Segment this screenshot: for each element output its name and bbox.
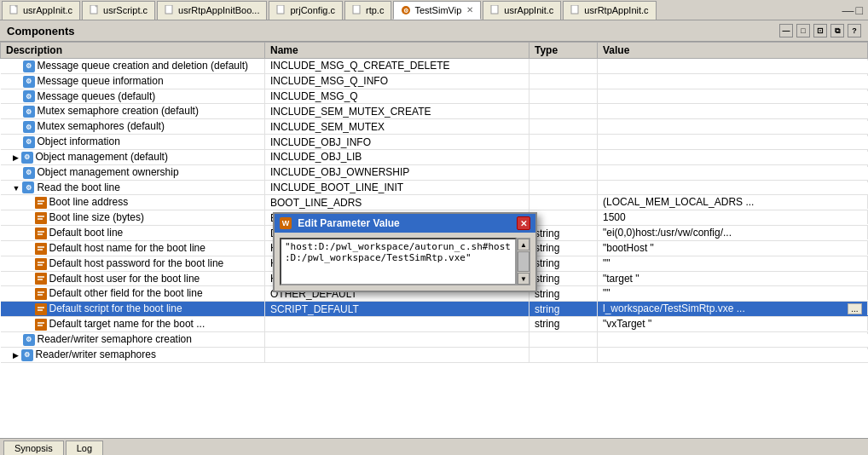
window-title-controls: — □ ⊡ ⧉ ? [779,24,861,37]
tab-log[interactable]: Log [66,441,103,455]
tab-bar: usrAppInit.c usrScript.c usrRtpAppInitBo… [0,0,868,20]
tab-bar-controls: — □ [842,3,863,17]
components-table-container: Description Name Type Value ⚙Message que… [0,42,868,438]
restore-tab-button[interactable]: □ [856,3,863,17]
file-icon-6 [490,5,501,15]
svg-rect-2 [165,5,172,14]
dialog-title-left: W Edit Parameter Value [280,217,400,230]
dialog-close-button[interactable]: ✕ [517,216,530,230]
file-icon-4 [276,5,286,15]
tab-usrRtpAppInitBoo[interactable]: usrRtpAppInitBoo... [157,1,267,20]
active-file-icon: ⚙ [401,5,411,15]
minimize-tab-button[interactable]: — [842,3,854,17]
dialog-scrollbar: ▲ ▼ [517,238,530,285]
edit-parameter-dialog: W Edit Parameter Value ✕ ▲ ▼ [273,212,537,292]
dialog-body: ▲ ▼ [275,233,535,291]
file-icon-5 [352,5,362,15]
tile-button[interactable]: ⧉ [830,24,844,37]
tab-TestSimVip[interactable]: ⚙ TestSimVip ✕ [393,1,481,20]
restore-button[interactable]: □ [796,24,810,37]
svg-text:⚙: ⚙ [403,8,408,14]
file-icon-3 [165,5,175,15]
tab-close-icon[interactable]: ✕ [466,5,473,14]
file-icon [9,5,20,15]
tab-usrRtpAppInit[interactable]: usrRtpAppInit.c [563,1,656,20]
tab-usrScript[interactable]: usrScript.c [82,1,155,20]
dialog-textarea[interactable] [280,238,517,285]
maximize-button[interactable]: ⊡ [813,24,827,37]
components-window: Components — □ ⊡ ⧉ ? Description Name Ty… [0,20,868,455]
dialog-titlebar: W Edit Parameter Value ✕ [275,214,535,233]
dialog-scroll-down[interactable]: ▼ [518,273,529,285]
svg-rect-4 [353,5,360,14]
tab-prjConfig[interactable]: prjConfig.c [269,1,343,20]
file-icon-7 [570,5,581,15]
svg-rect-8 [571,5,578,14]
svg-rect-7 [491,5,498,14]
tab-synopsis[interactable]: Synopsis [3,441,64,455]
file-icon-2 [90,5,100,15]
dialog-scroll-thumb[interactable] [518,251,529,272]
dialog-textarea-container: ▲ ▼ [280,238,530,285]
help-button[interactable]: ? [848,24,861,37]
bottom-tabs: Synopsis Log [0,438,868,455]
tab-rtp[interactable]: rtp.c [344,1,391,20]
minimize-button[interactable]: — [779,24,793,37]
dialog-overlay: W Edit Parameter Value ✕ ▲ ▼ [0,42,868,438]
window-title-label: Components [7,25,74,37]
svg-rect-3 [277,5,284,14]
dialog-scroll-up[interactable]: ▲ [518,239,529,251]
tab-usrAppInit-1[interactable]: usrAppInit.c [2,1,80,20]
window-titlebar: Components — □ ⊡ ⧉ ? [0,20,868,42]
tab-usrAppInit-2[interactable]: usrAppInit.c [483,1,561,20]
dialog-title-label: Edit Parameter Value [298,217,399,229]
dialog-title-icon: W [280,217,292,229]
